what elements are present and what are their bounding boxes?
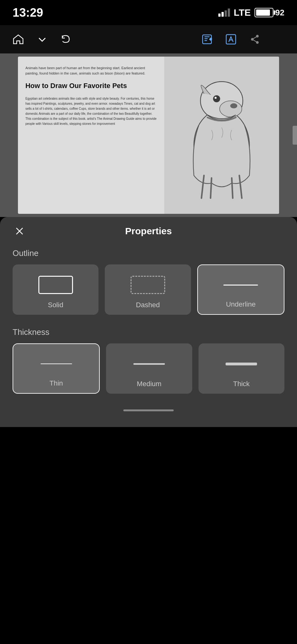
more-icon xyxy=(272,33,285,46)
thickness-section-label: Thickness xyxy=(0,324,297,343)
thick-preview xyxy=(205,352,278,375)
home-icon xyxy=(12,33,25,46)
svg-point-13 xyxy=(213,95,220,102)
status-time: 13:29 xyxy=(13,6,43,19)
signal-icon xyxy=(218,8,230,17)
svg-point-3 xyxy=(256,35,258,37)
medium-preview xyxy=(112,352,186,375)
medium-line xyxy=(133,363,165,365)
solid-rect xyxy=(38,276,73,294)
thick-line xyxy=(226,363,257,365)
status-right: LTE 92 xyxy=(218,7,284,18)
undo-icon xyxy=(60,33,72,46)
thin-preview xyxy=(20,353,93,375)
undo-button[interactable] xyxy=(57,31,75,48)
doc-body-text: Egyptian art celebrates animals like cat… xyxy=(25,96,157,126)
annotate-icon xyxy=(201,33,213,46)
more-button[interactable] xyxy=(270,31,288,48)
medium-label: Medium xyxy=(137,380,161,388)
svg-point-11 xyxy=(220,101,242,117)
doc-left-column: Animals have been part of human art from… xyxy=(18,57,164,214)
outline-section: Outline Solid Dashed Underli xyxy=(0,245,297,324)
lte-label: LTE xyxy=(234,7,251,18)
dropdown-button[interactable] xyxy=(33,31,51,48)
text-tool-icon xyxy=(225,33,237,46)
close-button[interactable] xyxy=(13,224,26,238)
thick-label: Thick xyxy=(233,380,250,388)
thin-line xyxy=(41,364,72,364)
close-icon xyxy=(14,226,25,236)
battery-container: 92 xyxy=(255,8,284,18)
dog-illustration xyxy=(164,57,279,214)
dashed-rect xyxy=(131,276,165,294)
home-bar xyxy=(123,409,174,411)
solid-label: Solid xyxy=(48,301,63,309)
doc-title: How to Draw Our Favorite Pets xyxy=(25,81,157,91)
thickness-option-thick[interactable]: Thick xyxy=(199,343,284,394)
thickness-option-thin[interactable]: Thin xyxy=(13,343,100,394)
chevron-down-icon xyxy=(36,33,48,46)
dashed-preview xyxy=(111,273,184,297)
svg-rect-8 xyxy=(279,40,284,44)
battery-level: 92 xyxy=(275,8,284,18)
outline-option-solid[interactable]: Solid xyxy=(13,264,98,315)
share-icon xyxy=(249,33,261,46)
outline-section-label: Outline xyxy=(0,245,297,264)
svg-rect-5 xyxy=(274,34,278,39)
svg-rect-7 xyxy=(274,40,278,44)
nav-left xyxy=(9,31,75,48)
underline-label: Underline xyxy=(226,300,255,308)
share-button[interactable] xyxy=(246,31,264,48)
dog-svg xyxy=(170,64,273,206)
underline-line xyxy=(223,285,258,286)
properties-panel: Properties Outline Solid Dashed xyxy=(0,217,297,427)
svg-point-14 xyxy=(215,97,216,99)
document-preview: Animals have been part of human art from… xyxy=(0,53,297,217)
status-bar: 13:29 LTE 92 xyxy=(0,0,297,25)
panel-header: Properties xyxy=(0,217,297,245)
svg-rect-6 xyxy=(279,34,284,39)
sidebar-handle[interactable] xyxy=(293,126,297,145)
doc-page: Animals have been part of human art from… xyxy=(18,57,279,214)
thickness-option-medium[interactable]: Medium xyxy=(106,343,192,394)
svg-point-12 xyxy=(230,103,237,108)
battery-fill xyxy=(256,9,270,16)
outline-options-grid: Solid Dashed Underline xyxy=(0,264,297,324)
dashed-label: Dashed xyxy=(136,301,160,309)
nav-right xyxy=(198,31,288,48)
doc-intro-text: Animals have been part of human art from… xyxy=(25,65,157,76)
thickness-options-grid: Thin Medium Thick xyxy=(0,343,297,403)
thickness-section: Thickness Thin Medium Thick xyxy=(0,324,297,403)
text-tool-button[interactable] xyxy=(222,31,240,48)
outline-option-dashed[interactable]: Dashed xyxy=(105,264,191,315)
doc-right-column xyxy=(164,57,279,214)
panel-title: Properties xyxy=(125,226,172,236)
nav-bar xyxy=(0,25,297,53)
home-button[interactable] xyxy=(9,31,27,48)
outline-option-underline[interactable]: Underline xyxy=(197,264,284,315)
home-indicator xyxy=(0,403,297,414)
thin-label: Thin xyxy=(49,379,63,387)
svg-point-2 xyxy=(251,38,253,40)
battery-icon xyxy=(255,8,273,17)
solid-preview xyxy=(19,273,92,297)
annotate-button[interactable] xyxy=(198,31,216,48)
svg-point-4 xyxy=(256,42,258,43)
underline-preview xyxy=(204,274,277,296)
